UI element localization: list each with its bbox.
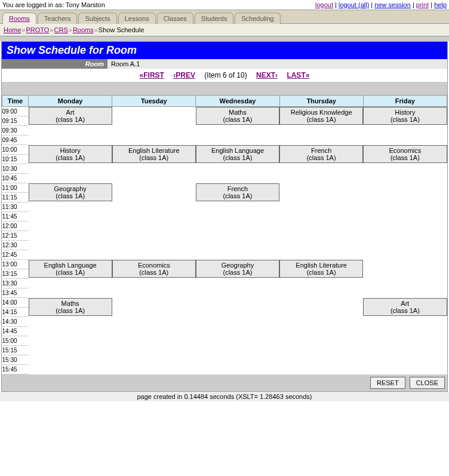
- time-1500: 15:00: [2, 336, 29, 346]
- cell-thu-09[interactable]: Religious Knowledge(class 1A): [279, 107, 363, 125]
- cell-mon-14[interactable]: Maths(class 1A): [29, 298, 112, 316]
- time-1315: 13:15: [2, 269, 29, 279]
- print-link[interactable]: print: [416, 1, 429, 8]
- time-1345: 13:45: [2, 288, 29, 298]
- cell-tue-10[interactable]: English Literature(class 1A): [112, 145, 196, 163]
- time-0945: 09:45: [2, 136, 29, 145]
- time-0900: 09:00: [2, 107, 29, 116]
- time-1030: 10:30: [2, 164, 29, 174]
- cell-tue-13[interactable]: Economics(class 1A): [112, 260, 196, 278]
- room-value: Room A.1: [107, 59, 447, 69]
- cell-wed-10[interactable]: English Language(class 1A): [196, 145, 279, 163]
- logout-link[interactable]: logout: [315, 1, 333, 8]
- tab-bar: Rooms Teachers Subjects Lessons Classes …: [0, 10, 449, 24]
- cell-fri-09[interactable]: History(class 1A): [363, 107, 447, 125]
- breadcrumb: Home»PROTO»CRS»Rooms»Show Schedule: [0, 24, 449, 36]
- cell-wed-09[interactable]: Maths(class 1A): [196, 107, 279, 125]
- crumb-rooms[interactable]: Rooms: [73, 26, 94, 33]
- time-1245: 12:45: [2, 250, 29, 260]
- pager-last[interactable]: LAST»: [287, 71, 309, 79]
- time-0915: 09:15: [2, 116, 29, 126]
- time-1545: 15:45: [2, 365, 29, 374]
- pager-next[interactable]: NEXT›: [256, 71, 278, 79]
- tab-lessons[interactable]: Lessons: [118, 13, 156, 24]
- logout-all-link[interactable]: logout (all): [339, 1, 369, 8]
- cell-mon-09[interactable]: Art(class 1A): [29, 107, 112, 125]
- help-link[interactable]: help: [434, 1, 447, 8]
- cell-fri-10[interactable]: Economics(class 1A): [363, 145, 447, 163]
- time-1515: 15:15: [2, 346, 29, 355]
- time-1100: 11:00: [2, 183, 29, 193]
- hdr-wed: Wednesday: [196, 96, 279, 107]
- time-1130: 11:30: [2, 202, 29, 212]
- pager-prev[interactable]: ‹PREV: [173, 71, 195, 79]
- tab-classes[interactable]: Classes: [157, 13, 193, 24]
- page-title: Show Schedule for Room: [2, 42, 447, 59]
- time-1430: 14:30: [2, 317, 29, 327]
- tab-scheduling[interactable]: Scheduling: [235, 13, 280, 24]
- time-1230: 12:30: [2, 241, 29, 250]
- time-1215: 12:15: [2, 231, 29, 241]
- cell-wed-13[interactable]: Geography(class 1A): [196, 260, 279, 278]
- time-1115: 11:15: [2, 193, 29, 202]
- time-1145: 11:45: [2, 212, 29, 222]
- time-1415: 14:15: [2, 308, 29, 317]
- room-label: Room: [2, 59, 107, 69]
- time-1045: 10:45: [2, 174, 29, 183]
- cell-fri-14[interactable]: Art(class 1A): [363, 298, 447, 316]
- hdr-time: Time: [2, 96, 29, 107]
- tab-teachers[interactable]: Teachers: [38, 13, 78, 24]
- time-1330: 13:30: [2, 279, 29, 288]
- cell-mon-11[interactable]: Geography(class 1A): [29, 183, 112, 201]
- pager-info: (Item 6 of 10): [204, 71, 247, 79]
- tab-subjects[interactable]: Subjects: [78, 13, 116, 24]
- login-status: You are logged in as: Tony Marston: [2, 1, 105, 8]
- cell-mon-13[interactable]: English Language(class 1A): [29, 260, 112, 278]
- close-button[interactable]: CLOSE: [410, 377, 445, 389]
- crumb-home[interactable]: Home: [4, 26, 21, 33]
- cell-mon-10[interactable]: History(class 1A): [29, 145, 112, 163]
- tab-rooms[interactable]: Rooms: [2, 13, 36, 24]
- time-0930: 09:30: [2, 126, 29, 136]
- cell-thu-10[interactable]: French(class 1A): [279, 145, 363, 163]
- reset-button[interactable]: RESET: [370, 377, 405, 389]
- crumb-leaf: Show Schedule: [99, 26, 144, 33]
- time-1015: 10:15: [2, 155, 29, 164]
- schedule-table: Time Monday Tuesday Wednesday Thursday F…: [2, 95, 447, 374]
- crumb-crs[interactable]: CRS: [54, 26, 68, 33]
- time-1200: 12:00: [2, 222, 29, 231]
- pager-first[interactable]: «FIRST: [140, 71, 164, 79]
- hdr-thu: Thursday: [279, 96, 363, 107]
- hdr-mon: Monday: [29, 96, 112, 107]
- new-session-link[interactable]: new session: [374, 1, 411, 8]
- pager: «FIRST ‹PREV (Item 6 of 10) NEXT› LAST»: [2, 69, 447, 82]
- time-1530: 15:30: [2, 355, 29, 365]
- tab-students[interactable]: Students: [195, 13, 233, 24]
- cell-thu-13[interactable]: English Literature(class 1A): [279, 260, 363, 278]
- footer-text: page created in 0.14484 seconds (XSLT= 1…: [0, 392, 449, 401]
- time-1400: 14:00: [2, 298, 29, 308]
- time-1000: 10:00: [2, 145, 29, 155]
- crumb-proto[interactable]: PROTO: [26, 26, 49, 33]
- time-1445: 14:45: [2, 327, 29, 336]
- hdr-fri: Friday: [363, 96, 447, 107]
- cell-wed-11[interactable]: French(class 1A): [196, 183, 279, 201]
- time-1300: 13:00: [2, 260, 29, 269]
- hdr-tue: Tuesday: [112, 96, 196, 107]
- top-links: logout | logout (all) | new session | pr…: [315, 1, 447, 8]
